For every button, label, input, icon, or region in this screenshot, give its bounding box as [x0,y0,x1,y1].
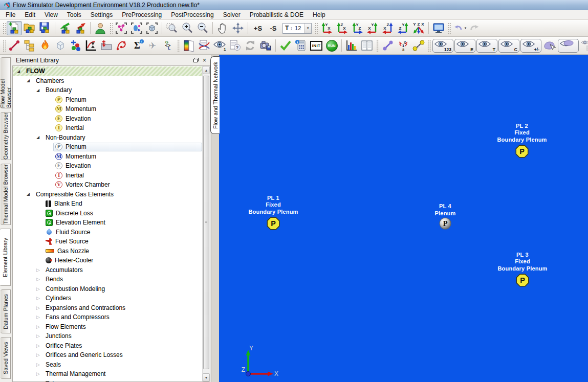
view-xz-button[interactable]: ZX [380,21,396,35]
contour-plot-button[interactable] [181,38,197,53]
tree-item-orifice-plates[interactable]: ▷Orifice Plates [13,341,202,351]
menu-help[interactable]: Help [308,10,330,19]
node-pl-4[interactable]: PL 4PlenumP [440,218,451,229]
refresh-button[interactable] [243,38,258,53]
toolbar-drag-handle2[interactable] [2,39,6,52]
menu-postprocessing[interactable]: PostProcessing [166,10,218,19]
tree-item-vortex-chamber[interactable]: VVortex Chamber [13,180,202,190]
show-grid-button[interactable] [579,38,588,53]
tree-item-elevation-element[interactable]: Elevation Element [13,218,202,228]
run-solver-button[interactable]: RUN [324,38,339,53]
tree-item-flow-elements[interactable]: ▷Flow Elements [13,322,202,332]
window-titlebar[interactable]: Flow Simulator Development Environment V… [0,0,588,10]
tree-item-inertial[interactable]: IInertial [13,123,202,133]
tree-item-seals[interactable]: ▷Seals [13,360,202,370]
save-model-button[interactable] [37,21,53,35]
node-pl-1[interactable]: PL 1FixedBoundary PlenumP [267,217,280,231]
menu-view[interactable]: View [40,10,62,19]
collapsed-arrow-icon[interactable]: ▷ [35,371,43,376]
menu-preprocessing[interactable]: PreProcessing [117,10,166,19]
fit-model-button[interactable] [129,21,144,35]
tree-item-elevation[interactable]: EElevation [13,161,202,171]
increase-symbol-size-button[interactable]: +S [250,21,266,35]
tree-item-discrete-loss[interactable]: Discrete Loss [13,209,202,218]
menu-tools[interactable]: Tools [62,10,86,19]
menu-settings[interactable]: Settings [86,10,117,19]
global-local-code-button[interactable]: G<>L [160,38,176,53]
create-element-button[interactable] [7,38,22,53]
query-form-button[interactable]: ? [227,38,243,53]
undo-button[interactable]: ▼ [452,21,467,35]
tree-scrollbar[interactable]: ▲ ▼ [202,66,210,381]
tree-item-heater-cooler[interactable]: Heater-Cooler [13,256,202,265]
menu-file[interactable]: File [1,10,20,19]
curve-editor-button[interactable] [114,38,129,53]
expanded-arrow-icon[interactable]: ◢ [35,88,43,93]
close-panel-button[interactable]: × [200,56,209,64]
tree-item-plenum[interactable]: PPlenum [13,95,202,105]
collapsed-arrow-icon[interactable]: ▷ [35,343,43,348]
results-chart-button[interactable] [344,38,359,53]
tree-item-expansions-and-contractions[interactable]: ▷Expansions and Contractions [13,303,202,313]
decrease-symbol-size-button[interactable]: -S [266,21,281,35]
tree-item-blank-end[interactable]: Blank End [13,199,202,209]
tree-item-combustion-modeling[interactable]: ▷Combustion Modeling [13,284,202,294]
zoom-out-button[interactable] [195,21,210,35]
scrollbar-track[interactable] [203,74,210,373]
toolbar-drag-handle[interactable] [2,22,6,34]
view-zx-button[interactable]: ZX [334,21,350,35]
export-model-button[interactable] [73,21,88,35]
aircraft-mission-button[interactable]: ✈ [145,38,160,53]
results-table-button[interactable] [359,38,375,53]
collapsed-arrow-icon[interactable]: ▷ [35,314,43,320]
add-primitives-button[interactable] [68,38,83,53]
collapsed-arrow-icon[interactable]: ▷ [35,277,43,282]
tree-item-momentum[interactable]: MMomentum [13,152,202,162]
node-pl-3[interactable]: PL 3FixedBoundary PlenumP [516,274,530,287]
show-numbers-button[interactable]: 123 [432,39,453,53]
chamber-cube-button[interactable] [53,38,68,53]
zoom-window-button[interactable] [164,21,180,35]
collapsed-arrow-icon[interactable]: ▷ [35,324,43,329]
scroll-down-icon[interactable]: ▼ [203,373,210,381]
rotate-view-button[interactable] [230,21,246,35]
sidebar-tab-element-library[interactable]: Element Library [0,229,11,286]
tree-item-orifices-and-generic-losses[interactable]: ▷Orifices and Generic Losses [13,350,202,360]
renumber-elements-button[interactable]: 213 [396,38,411,53]
expanded-arrow-icon[interactable]: ◢ [16,69,24,74]
tree-item-gas-nozzle[interactable]: Gas Nozzle [13,246,202,256]
tree-item-accumulators[interactable]: ▷Accumulators [13,265,202,275]
collapsed-arrow-icon[interactable]: ▷ [35,352,43,357]
tree-item-fans-and-compressors[interactable]: ▷Fans and Compressors [13,312,202,322]
tree-item-compressible-gas-elements[interactable]: ◢Compressible Gas Elements [13,190,202,199]
edit-form-button[interactable] [197,38,212,53]
collapsed-arrow-icon[interactable]: ▷ [35,305,43,310]
expanded-arrow-icon[interactable]: ◢ [26,78,34,83]
sidebar-tab-thermal-model-browser[interactable]: Thermal Model Browser [1,164,11,225]
tree-item-fluid-source[interactable]: Fluid Source [13,228,202,237]
validate-model-button[interactable] [278,38,293,53]
tree-item-elevation[interactable]: EElevation [13,114,202,124]
user-profile-button[interactable] [93,21,108,35]
tree-item-boundary[interactable]: ◢Boundary [13,85,202,95]
sidebar-tab-geometry-browser[interactable]: Geometry Browser [1,112,11,160]
tab-flow-and-thermal-network[interactable]: Flow and Thermal Network [210,56,220,134]
show-signs-button[interactable]: +/- [520,39,541,53]
menu-solver[interactable]: Solver [219,10,245,19]
node-pl-2[interactable]: PL 2FixedBoundary PlenumP [515,145,529,159]
scrollbar-thumb[interactable] [203,76,209,369]
test-rig-chart-button[interactable] [83,38,99,53]
calculator-button[interactable] [293,38,309,53]
sidebar-tab-datum-planes[interactable]: Datum Planes [1,289,11,333]
tree-item-fuel-source[interactable]: Fuel Source [13,237,202,246]
swap-nodes-button[interactable] [411,38,426,53]
snapshot-button[interactable] [258,38,273,53]
collapsed-arrow-icon[interactable]: ▷ [35,333,43,339]
show-chambers-button[interactable]: C [498,39,519,53]
transient-folder-button[interactable] [99,38,114,53]
undo-dropdown-icon[interactable]: ▼ [464,27,467,30]
tree-item-momentum[interactable]: MMomentum [13,104,202,114]
initialize-button[interactable]: INIT [309,38,324,53]
link-elements-button[interactable] [380,38,396,53]
collapsed-arrow-icon[interactable]: ▷ [35,362,43,367]
